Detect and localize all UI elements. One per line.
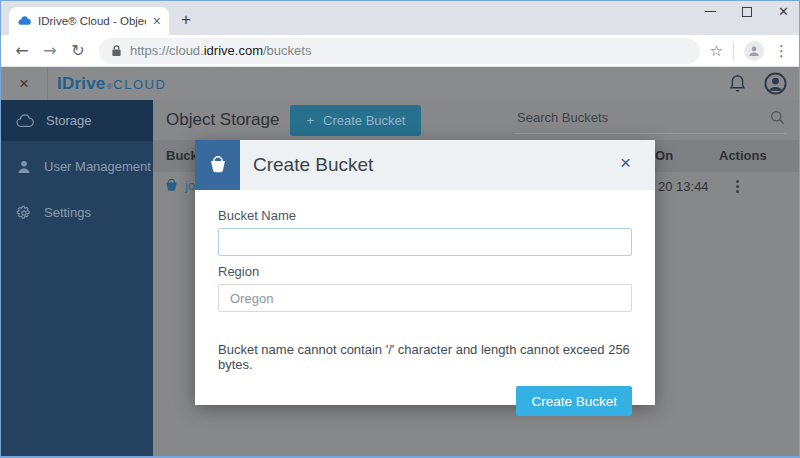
browser-window: IDrive® Cloud - Object Storage × + ✕ ← →… — [0, 0, 800, 458]
chrome-menu-icon[interactable]: ⋮ — [774, 42, 789, 60]
modal-close-icon[interactable]: × — [620, 153, 631, 172]
bucket-name-text: jo — [185, 178, 195, 193]
user-icon — [16, 159, 32, 175]
modal-body: Bucket Name Region Bucket name cannot co… — [195, 190, 655, 372]
minimize-icon[interactable] — [705, 11, 716, 12]
logo-cloud-text: CLOUD — [113, 77, 166, 92]
url-text: https://cloud.idrive.com/buckets — [130, 43, 311, 58]
lock-icon — [111, 44, 122, 57]
window-controls: ✕ — [705, 5, 789, 18]
new-tab-button[interactable]: + — [181, 10, 191, 30]
search-buckets-box — [515, 106, 787, 134]
region-input[interactable] — [218, 284, 632, 312]
bucket-icon — [164, 178, 179, 193]
modal-title: Create Bucket — [253, 154, 373, 176]
row-actions-menu-icon[interactable] — [733, 177, 742, 196]
toolbar-divider — [733, 42, 734, 60]
modal-create-bucket-button[interactable]: Create Bucket — [516, 386, 632, 416]
bucket-icon — [208, 155, 228, 175]
sidebar: Storage User Management Settings — [1, 100, 153, 456]
column-header-actions: Actions — [719, 148, 767, 163]
reload-icon[interactable]: ↻ — [67, 41, 89, 60]
logo-registered-mark: ® — [106, 82, 112, 91]
kebab-dot — [736, 185, 739, 188]
sidebar-item-label: Storage — [46, 113, 92, 128]
url-scheme: https://cloud. — [130, 43, 204, 58]
logo-brand: IDrive — [57, 74, 105, 94]
plus-icon: + — [306, 113, 314, 128]
bucket-name-input[interactable] — [218, 228, 632, 256]
search-icon[interactable] — [770, 110, 785, 125]
sidebar-item-settings[interactable]: Settings — [1, 192, 153, 233]
browser-toolbar: ← → ↻ https://cloud.idrive.com/buckets ☆… — [1, 35, 799, 67]
tab-strip: IDrive® Cloud - Object Storage × + ✕ — [1, 1, 799, 35]
account-avatar-icon[interactable] — [764, 72, 787, 95]
kebab-dot — [736, 190, 739, 193]
address-bar[interactable]: https://cloud.idrive.com/buckets — [99, 38, 700, 64]
browser-tab[interactable]: IDrive® Cloud - Object Storage × — [9, 7, 169, 35]
cloud-favicon-icon — [17, 14, 31, 28]
sidebar-item-label: Settings — [44, 205, 91, 220]
modal-header: Create Bucket × — [195, 140, 655, 190]
kebab-dot — [736, 180, 739, 183]
bell-icon[interactable] — [729, 74, 746, 93]
create-bucket-modal: Create Bucket × Bucket Name Region Bucke… — [195, 140, 655, 405]
create-bucket-button-label: Create Bucket — [323, 113, 405, 128]
bucket-name-label: Bucket Name — [218, 208, 632, 223]
tab-close-icon[interactable]: × — [153, 14, 161, 28]
sidebar-item-storage[interactable]: Storage — [1, 100, 153, 141]
sidebar-item-user-management[interactable]: User Management — [1, 146, 153, 187]
sidebar-item-label: User Management — [44, 159, 151, 174]
app-header: × IDrive ® CLOUD — [1, 67, 799, 100]
close-window-icon[interactable]: ✕ — [778, 5, 789, 18]
modal-bucket-icon-box — [195, 140, 240, 190]
header-actions — [729, 67, 787, 100]
page-title-row: Object Storage + Create Bucket — [153, 100, 799, 140]
created-on-cell: 20 13:44 — [658, 179, 709, 194]
url-path: /buckets — [263, 43, 311, 58]
chrome-profile-icon[interactable] — [744, 41, 764, 61]
tab-title: IDrive® Cloud - Object Storage — [38, 15, 146, 27]
cloud-storage-icon — [16, 114, 34, 128]
sidebar-toggle-button[interactable]: × — [1, 67, 48, 100]
bucket-name-cell: jo — [164, 178, 195, 193]
toolbar-right: ☆ ⋮ — [710, 41, 789, 61]
url-domain: idrive.com — [204, 43, 263, 58]
app-page: × IDrive ® CLOUD Storage User Management — [1, 67, 799, 456]
region-label: Region — [218, 264, 632, 279]
gear-icon — [16, 205, 32, 221]
maximize-icon[interactable] — [742, 7, 752, 17]
back-icon[interactable]: ← — [11, 41, 33, 60]
forward-icon[interactable]: → — [39, 41, 61, 60]
idrive-cloud-logo: IDrive ® CLOUD — [57, 74, 166, 94]
create-bucket-button[interactable]: + Create Bucket — [290, 105, 421, 136]
page-title: Object Storage — [166, 110, 279, 130]
bookmark-star-icon[interactable]: ☆ — [710, 42, 723, 60]
bucket-name-note: Bucket name cannot contain '/' character… — [218, 342, 632, 372]
person-icon — [747, 44, 761, 58]
search-input[interactable] — [517, 110, 764, 125]
